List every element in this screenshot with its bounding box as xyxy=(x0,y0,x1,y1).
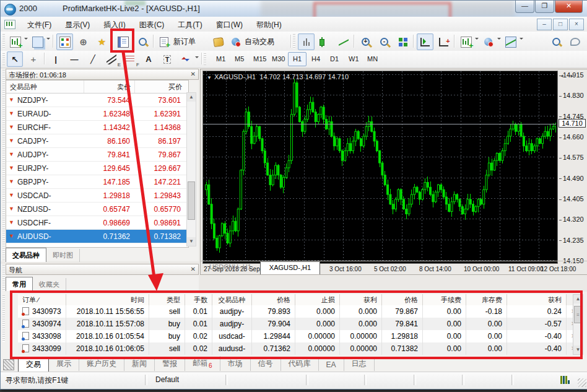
auto-scroll-button[interactable] xyxy=(417,33,433,50)
orders-column-7[interactable]: 止损 xyxy=(295,294,340,305)
terminal-tab-代码库[interactable]: 代码库 xyxy=(281,357,319,371)
child-minimize-button[interactable]: – xyxy=(537,19,552,30)
orders-column-5[interactable]: 交易品种 xyxy=(212,294,252,305)
templates-button[interactable] xyxy=(502,33,519,50)
order-row[interactable]: 34309732018.10.11 15:56:55sell0.01audjpy… xyxy=(18,305,578,318)
order-row[interactable]: 34309742018.10.11 15:57:08buy0.01audjpy-… xyxy=(18,318,578,330)
cursor-tool-button[interactable]: ↖ xyxy=(7,51,23,67)
child-close-button[interactable]: × xyxy=(569,19,584,30)
terminal-tab-警报[interactable]: 警报 xyxy=(155,357,185,371)
indicators-button[interactable]: + xyxy=(458,33,474,50)
market-watch-scrollbar[interactable]: ▲ ▼ xyxy=(186,92,196,246)
toolbar-grip[interactable] xyxy=(204,53,206,65)
scroll-thumb[interactable] xyxy=(188,181,195,219)
child-restore-button[interactable]: □ xyxy=(553,19,568,30)
timeframe-button-M30[interactable]: M30 xyxy=(267,52,290,66)
tab-交易品种[interactable]: 交易品种 xyxy=(6,248,46,262)
candlestick-button[interactable] xyxy=(316,33,333,50)
terminal-scrollbar[interactable]: ▲ ≡ ▼ xyxy=(573,294,583,355)
terminal-tab-日志[interactable]: 日志 xyxy=(344,357,375,371)
terminal-tab-交易[interactable]: 交易 xyxy=(18,357,49,372)
terminal-tab-信号[interactable]: 信号 xyxy=(251,357,281,371)
column-bid[interactable]: 卖价 xyxy=(84,81,135,93)
profiles-dropdown-icon[interactable] xyxy=(46,38,50,41)
toolbar-grip[interactable] xyxy=(2,53,5,65)
close-button[interactable]: ✕ xyxy=(555,1,583,13)
market-watch-row[interactable]: ▼USDCHF-0.986690.98691 xyxy=(6,216,188,230)
data-window-button[interactable]: ⊕ xyxy=(75,33,92,50)
orders-column-10[interactable]: 手续费 xyxy=(423,294,466,305)
arrows-dropdown-icon[interactable] xyxy=(195,56,199,60)
indicators-dropdown-icon[interactable] xyxy=(475,38,479,41)
scroll-down-icon[interactable]: ▼ xyxy=(187,237,196,246)
menu-item-帮助[interactable]: 帮助(H) xyxy=(250,18,289,32)
chart-tab-scroll-icons[interactable]: ◂▸ xyxy=(560,72,581,79)
tab-即时图[interactable]: 即时图 xyxy=(46,249,80,262)
orders-column-11[interactable]: 库存费 xyxy=(466,294,507,305)
chart-plot-area[interactable]: ▼XAGUSD-,H1 14.702 14.713 14.697 14.710 xyxy=(202,71,558,264)
minimize-button[interactable]: — xyxy=(515,1,534,13)
order-row[interactable]: 34330992018.10.16 01:06:05sell0.02audusd… xyxy=(18,342,578,355)
scroll-up-icon[interactable]: ▲ xyxy=(187,93,196,102)
orders-column-2[interactable]: 时间 xyxy=(66,294,149,305)
toolbar-grip[interactable] xyxy=(2,34,5,48)
price-axis[interactable]: 14.91514.83014.74514.66014.57514.49014.4… xyxy=(558,71,585,264)
menu-item-插入[interactable]: 插入(I) xyxy=(97,18,132,32)
fibonacci-tool-button[interactable]: F xyxy=(122,51,138,67)
market-watch-row[interactable]: ▼EURAUD-1.623481.62391 xyxy=(6,107,188,121)
panel-grip[interactable] xyxy=(2,265,5,290)
terminal-tab-邮箱[interactable]: 邮箱6 xyxy=(185,356,220,371)
orders-column-3[interactable]: 类型 xyxy=(149,294,185,305)
text-tool-button[interactable]: A xyxy=(141,51,157,67)
menu-item-图表[interactable]: 图表(C) xyxy=(133,18,172,32)
new-order-button[interactable]: + 新订单 xyxy=(157,33,209,50)
periods-button[interactable] xyxy=(480,33,497,50)
chart-tab-XAGUSD-,H1[interactable]: XAGUSD-,H1 xyxy=(260,261,320,274)
menu-item-窗口[interactable]: 窗口(W) xyxy=(209,18,250,32)
text-label-tool-button[interactable]: T xyxy=(159,51,175,67)
market-watch-row[interactable]: ▼USDJPY-111.875111.894 xyxy=(6,243,188,248)
vertical-line-tool-button[interactable]: | xyxy=(48,51,64,67)
new-chart-dropdown-icon[interactable] xyxy=(24,38,28,41)
orders-column-8[interactable]: 获利 xyxy=(340,294,382,305)
timeframe-button-M5[interactable]: M5 xyxy=(230,52,249,66)
market-watch-row[interactable]: ▼CADJPY-86.16086.197 xyxy=(6,134,188,148)
terminal-tab-新闻[interactable]: 新闻 xyxy=(124,357,155,371)
timeframe-button-W1[interactable]: W1 xyxy=(344,52,364,66)
channel-tool-button[interactable]: E xyxy=(103,51,120,67)
templates-dropdown-icon[interactable] xyxy=(520,38,523,41)
line-chart-button[interactable] xyxy=(335,33,352,50)
search-button[interactable] xyxy=(548,33,565,50)
navigator-button[interactable]: ★ xyxy=(93,33,110,50)
autotrading-button[interactable]: 自动交易 xyxy=(228,33,289,50)
market-watch-row[interactable]: ▼AUDUSD-0.713620.71382 xyxy=(6,230,188,243)
new-chart-button[interactable]: + xyxy=(7,33,24,50)
periods-dropdown-icon[interactable] xyxy=(497,38,501,41)
orders-column-9[interactable]: 价格 xyxy=(382,294,423,305)
scroll-down-icon[interactable]: ▼ xyxy=(573,346,583,354)
timeframe-button-M1[interactable]: M1 xyxy=(211,52,230,66)
timeframe-button-D1[interactable]: D1 xyxy=(325,52,344,66)
market-watch-row[interactable]: ▼NZDJPY-73.54473.601 xyxy=(6,94,188,107)
timeframe-button-MN[interactable]: MN xyxy=(362,52,383,66)
market-watch-row[interactable]: ▼GBPJPY-147.185147.221 xyxy=(6,175,188,189)
terminal-tab-EA[interactable]: EA xyxy=(319,359,344,371)
menu-item-文件[interactable]: 文件(F) xyxy=(20,18,58,32)
panel-grip[interactable] xyxy=(2,295,5,342)
chart-tab-USDCNH-,H1[interactable]: USDCNH-,H1 xyxy=(201,261,260,274)
profiles-button[interactable] xyxy=(29,33,46,50)
order-row[interactable]: 34330982018.10.16 01:05:54buy0.02usdcad-… xyxy=(18,330,578,342)
zoom-out-button[interactable]: - xyxy=(376,33,393,50)
close-icon[interactable]: ✕ xyxy=(191,71,196,77)
tab-收藏夹[interactable]: 收藏夹 xyxy=(33,278,66,291)
orders-column-12[interactable]: 获利 xyxy=(507,294,567,305)
trendline-tool-button[interactable]: ╱ xyxy=(85,51,101,67)
scroll-thumb[interactable]: ≡ xyxy=(574,306,582,323)
tile-windows-button[interactable] xyxy=(394,33,411,50)
terminal-button[interactable] xyxy=(115,33,131,50)
toolbar-grip[interactable] xyxy=(293,34,295,48)
strategy-tester-button[interactable] xyxy=(134,33,151,50)
column-ask[interactable]: 买价 xyxy=(135,81,186,93)
menu-item-工具[interactable]: 工具(T) xyxy=(171,18,209,32)
metaeditor-button[interactable] xyxy=(210,33,227,50)
